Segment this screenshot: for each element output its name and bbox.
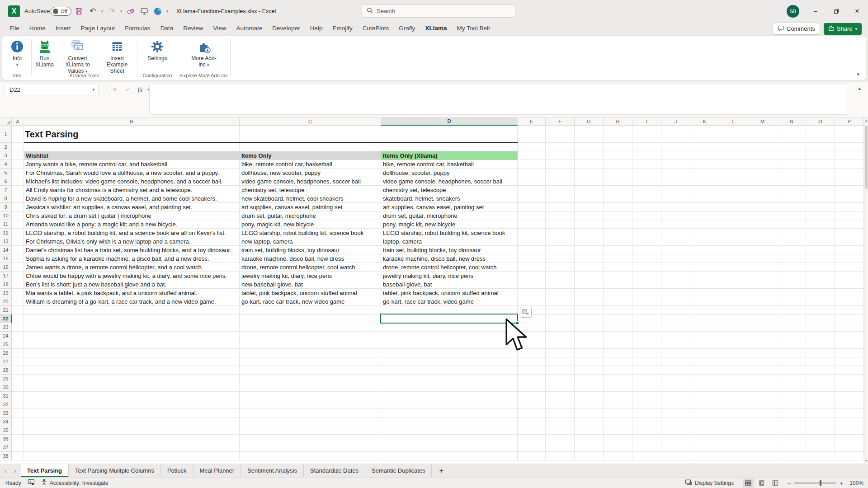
undo-dropdown-chevron[interactable]: ▾ xyxy=(99,0,105,22)
sheet-title-cell[interactable]: Text Parsing xyxy=(24,126,79,143)
display-settings-button[interactable]: Display Settings xyxy=(685,479,734,487)
column-header-I[interactable]: I xyxy=(632,117,661,126)
row-header-38[interactable]: 38 xyxy=(0,452,12,460)
data-cell-D12[interactable]: LEGO starship, robot building kit, scien… xyxy=(381,229,518,237)
row-header-31[interactable]: 31 xyxy=(0,392,12,400)
data-cell-C6[interactable]: video game console, headphones, soccer b… xyxy=(240,177,381,186)
data-cell-C15[interactable]: karaoke machine, disco ball, new dress xyxy=(240,254,381,263)
row-header-25[interactable]: 25 xyxy=(0,340,12,349)
data-cell-D19[interactable]: tablet, pink backpack, unicorn stuffed a… xyxy=(381,289,518,297)
data-cell-C4[interactable]: bike, remote control car, basketball xyxy=(240,160,381,169)
row-header-5[interactable]: 5 xyxy=(0,169,12,177)
data-cell-C14[interactable]: train set, building blocks, toy dinosaur xyxy=(240,246,381,254)
row-header-7[interactable]: 7 xyxy=(0,186,12,194)
avatar[interactable]: SB xyxy=(787,0,799,22)
pie-chart-icon[interactable] xyxy=(151,0,165,22)
formula-bar-resizer[interactable]: ⋮ xyxy=(103,85,108,92)
data-cell-B8[interactable]: David is hoping for a new skateboard, a … xyxy=(24,194,240,203)
data-cell-B14[interactable]: Daniel's christmas list has a train set,… xyxy=(24,246,240,254)
row-header-32[interactable]: 32 xyxy=(0,400,12,409)
data-cell-B17[interactable]: Chloe would be happy with a jewelry maki… xyxy=(24,272,240,280)
row-header-8[interactable]: 8 xyxy=(0,194,12,203)
comments-button[interactable]: Comments xyxy=(773,23,820,35)
column-header-H[interactable]: H xyxy=(604,117,632,126)
row-header-19[interactable]: 19 xyxy=(0,289,12,297)
data-cell-D17[interactable]: jewelry making kit, diary, nice pens xyxy=(381,272,518,280)
collapse-ribbon-chevron[interactable]: ▾ xyxy=(857,71,859,77)
row-header-4[interactable]: 4 xyxy=(0,160,12,169)
info-button[interactable]: Info ▾ xyxy=(9,38,26,68)
row-header-34[interactable]: 34 xyxy=(0,418,12,426)
eraser-icon[interactable] xyxy=(124,0,137,22)
data-cell-B12[interactable]: LEGO starship, a robot building kit, and… xyxy=(24,229,240,237)
screen-share-icon[interactable] xyxy=(137,0,151,22)
data-cell-C19[interactable]: tablet, pink backpack, unicorn stuffed a… xyxy=(240,289,381,297)
tab-page-layout[interactable]: Page Layout xyxy=(76,22,120,36)
macro-record-icon[interactable] xyxy=(28,479,35,487)
row-header-13[interactable]: 13 xyxy=(0,237,12,246)
column-header-G[interactable]: G xyxy=(575,117,604,126)
data-cell-B10[interactable]: Chris asked for: a drum set | guitar | m… xyxy=(24,211,240,220)
data-cell-D8[interactable]: skateboard, helmet, sneakers xyxy=(381,194,518,203)
tab-emojify[interactable]: Emojify xyxy=(328,22,358,36)
sheet-tab-text-parsing[interactable]: Text Parsing xyxy=(21,464,69,477)
data-cell-C18[interactable]: new baseball glove, bat xyxy=(240,280,381,289)
data-cell-D15[interactable]: karaoke machine, disco ball, new dress xyxy=(381,254,518,263)
share-button[interactable]: Share ▾ xyxy=(824,23,862,35)
data-cell-D14[interactable]: train set, building blocks, toy dinosaur xyxy=(381,246,518,254)
zoom-out-icon[interactable]: − xyxy=(787,479,791,487)
row-header-3[interactable]: 3 xyxy=(0,151,12,160)
data-cell-B7[interactable]: All Emily wants for christmas is a chemi… xyxy=(24,186,240,194)
data-cell-B20[interactable]: William is dreaming of a go-kart, a race… xyxy=(24,297,240,306)
row-header-1[interactable]: 1 xyxy=(0,126,12,143)
data-cell-B4[interactable]: Jonny wants a bike, remote control car, … xyxy=(24,160,240,169)
data-cell-D20[interactable]: go-kart, race car track, video game xyxy=(381,297,518,306)
row-header-14[interactable]: 14 xyxy=(0,246,12,254)
data-cell-C8[interactable]: new skateboard, helmet, cool sneakers xyxy=(240,194,381,203)
data-cell-B15[interactable]: Sophia is asking for a karaoke machine, … xyxy=(24,254,240,263)
autosave-toggle[interactable]: Off xyxy=(51,0,71,22)
close-icon[interactable]: ✕ xyxy=(848,0,866,22)
row-header-23[interactable]: 23 xyxy=(0,323,12,332)
tab-cuteplots[interactable]: CutePlots xyxy=(358,22,394,36)
data-cell-B18[interactable]: Ben's list is short: just a new baseball… xyxy=(24,280,240,289)
tab-file[interactable]: File xyxy=(5,22,24,36)
row-header-37[interactable]: 37 xyxy=(0,443,12,452)
column-title-cell-C[interactable]: Items Only xyxy=(240,151,381,160)
view-page-layout-icon[interactable] xyxy=(756,479,767,488)
name-box[interactable]: D22 ▾ xyxy=(5,84,99,95)
data-cell-D10[interactable]: drum set, guitar, microphone xyxy=(381,211,518,220)
row-header-6[interactable]: 6 xyxy=(0,177,12,186)
column-header-B[interactable]: B xyxy=(24,117,240,126)
row-header-26[interactable]: 26 xyxy=(0,349,12,357)
insert-function-icon[interactable]: fx xyxy=(135,84,146,95)
row-header-11[interactable]: 11 xyxy=(0,220,12,229)
restore-button[interactable] xyxy=(827,0,845,22)
data-cell-C16[interactable]: drone, remote control helicopter, cool w… xyxy=(240,263,381,272)
row-header-29[interactable]: 29 xyxy=(0,375,12,383)
sheet-nav-right-icon[interactable]: › xyxy=(14,467,16,474)
data-cell-C12[interactable]: LEGO starship, robot building kit, scien… xyxy=(240,229,381,237)
tab-xllama[interactable]: XLlama xyxy=(420,22,452,36)
column-header-K[interactable]: K xyxy=(690,117,719,126)
row-header-27[interactable]: 27 xyxy=(0,357,12,366)
scroll-up-icon[interactable]: ▲ xyxy=(864,119,868,122)
zoom-level[interactable]: 100% xyxy=(849,480,863,486)
data-cell-D9[interactable]: art supplies, canvas easel, painting set xyxy=(381,203,518,211)
data-cell-C5[interactable]: dollhouse, new scooter, puppy xyxy=(240,169,381,177)
tab-help[interactable]: Help xyxy=(305,22,328,36)
row-header-17[interactable]: 17 xyxy=(0,272,12,280)
column-header-M[interactable]: M xyxy=(748,117,777,126)
data-cell-B9[interactable]: Jessica's wishlist: art supplies, a canv… xyxy=(24,203,240,211)
data-cell-D7[interactable]: chemistry set, telescope xyxy=(381,186,518,194)
data-cell-B13[interactable]: For Christmas, Olivia's only wish is a n… xyxy=(24,237,240,246)
sheet-tab-standardize-dates[interactable]: Standardize Dates xyxy=(304,464,365,477)
search-input[interactable]: Search xyxy=(362,5,515,18)
data-cell-B19[interactable]: Mia wants a tablet, a pink backpack, and… xyxy=(24,289,240,297)
row-header-35[interactable]: 35 xyxy=(0,426,12,435)
column-header-N[interactable]: N xyxy=(777,117,806,126)
scroll-down-icon[interactable]: ▼ xyxy=(864,459,868,462)
sheet-tab-potluck[interactable]: Potluck xyxy=(161,464,193,477)
name-box-chevron[interactable]: ▾ xyxy=(92,87,98,92)
zoom-in-icon[interactable]: + xyxy=(840,479,843,487)
